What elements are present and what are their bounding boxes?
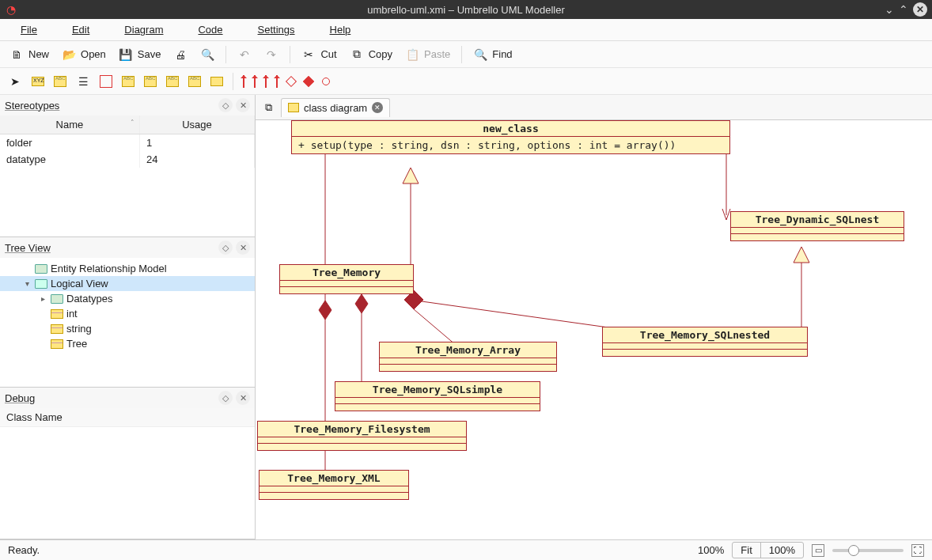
composition-tool[interactable] bbox=[301, 75, 316, 88]
treeview-panel: Tree View ◇ ✕ Entity Relationship Model▾… bbox=[0, 237, 255, 388]
assoc-tool[interactable] bbox=[240, 73, 248, 90]
open-button[interactable]: 📂Open bbox=[57, 45, 111, 64]
debug-title: Debug bbox=[5, 392, 35, 404]
cut-button[interactable]: ✂Cut bbox=[297, 45, 341, 64]
tree-item[interactable]: ▾Logical View bbox=[0, 276, 255, 291]
note2-tool[interactable] bbox=[51, 74, 70, 89]
direct-assoc-icon bbox=[254, 75, 256, 88]
package-tool[interactable] bbox=[207, 74, 226, 89]
note2-icon bbox=[54, 76, 66, 87]
status-text: Ready. bbox=[8, 544, 40, 556]
realization-icon bbox=[322, 78, 330, 85]
menu-code[interactable]: Code bbox=[182, 21, 238, 39]
direct-assoc-tool[interactable] bbox=[251, 73, 259, 90]
class-tree-memory-array[interactable]: Tree_Memory_Array bbox=[379, 342, 557, 372]
close-button[interactable]: ✕ bbox=[913, 2, 927, 17]
col-name[interactable]: Name˄ bbox=[0, 115, 139, 134]
text-tool[interactable]: ☰ bbox=[73, 72, 93, 91]
assoc-icon bbox=[243, 75, 244, 88]
tree-item[interactable]: int bbox=[0, 306, 255, 321]
menu-diagram[interactable]: Diagram bbox=[108, 21, 179, 39]
panel-close-button[interactable]: ✕ bbox=[236, 98, 250, 112]
class-tree-dynamic-sqlnested[interactable]: Tree_Dynamic_SQLnest bbox=[730, 211, 904, 241]
menubar: File Edit Diagram Code Settings Help bbox=[0, 19, 932, 41]
save-icon: 💾 bbox=[119, 47, 133, 62]
save-button[interactable]: 💾Save bbox=[114, 45, 166, 64]
menu-edit[interactable]: Edit bbox=[56, 21, 105, 39]
menu-file[interactable]: File bbox=[5, 21, 53, 39]
open-icon: 📂 bbox=[62, 47, 76, 62]
tree-body: Entity Relationship Model▾Logical View▸D… bbox=[0, 258, 255, 387]
twisty-icon[interactable]: ▾ bbox=[22, 279, 32, 288]
datatype-tool[interactable] bbox=[163, 74, 182, 89]
class-tree-memory-sqlnested[interactable]: Tree_Memory_SQLnested bbox=[602, 327, 808, 357]
zoom-out-button[interactable]: ▭ bbox=[812, 544, 824, 557]
panel-close-button[interactable]: ✕ bbox=[236, 240, 250, 255]
panel-close-button[interactable]: ✕ bbox=[236, 391, 250, 405]
zoom-slider[interactable] bbox=[832, 549, 904, 552]
find-button[interactable]: 🔍Find bbox=[468, 45, 517, 64]
table-row[interactable]: folder1 bbox=[0, 134, 255, 152]
class-tree-memory-filesystem[interactable]: Tree_Memory_Filesystem bbox=[257, 421, 467, 451]
new-button[interactable]: 🗎New bbox=[5, 45, 54, 64]
fullscreen-button[interactable]: ⛶ bbox=[911, 544, 924, 557]
tree-item[interactable]: ▸Datatypes bbox=[0, 291, 255, 306]
dependency-tool[interactable] bbox=[273, 73, 281, 90]
diagram-canvas[interactable]: new_class + setup(type : string, dsn : s… bbox=[256, 120, 932, 539]
toolbar-main: 🗎New 📂Open 💾Save 🖨 🔍 ↶ ↷ ✂Cut ⧉Copy 📋Pas… bbox=[0, 41, 932, 68]
tree-item[interactable]: Entity Relationship Model bbox=[0, 261, 255, 276]
menu-settings[interactable]: Settings bbox=[242, 21, 311, 39]
interface-tool[interactable] bbox=[141, 74, 160, 89]
panel-float-button[interactable]: ◇ bbox=[218, 391, 233, 405]
menu-help[interactable]: Help bbox=[314, 21, 367, 39]
print-button[interactable]: 🖨 bbox=[169, 45, 192, 64]
enum-tool[interactable] bbox=[185, 74, 204, 89]
paste-button[interactable]: 📋Paste bbox=[400, 45, 455, 64]
statusbar: Ready. 100% Fit 100% ▭ ⛶ bbox=[0, 539, 932, 560]
zoom-combo[interactable]: 100% bbox=[761, 543, 803, 558]
app-icon: ◔ bbox=[6, 3, 16, 16]
tree-item[interactable]: Tree bbox=[0, 336, 255, 351]
class-tree-memory-sqlsimple[interactable]: Tree_Memory_SQLsimple bbox=[335, 381, 540, 411]
class-tool[interactable] bbox=[119, 74, 138, 89]
treeview-title: Tree View bbox=[5, 242, 51, 254]
tree-item-label: Datatypes bbox=[66, 293, 113, 305]
box-tool[interactable] bbox=[97, 73, 116, 90]
zoom-percent: 100% bbox=[698, 544, 724, 556]
new-tab-button[interactable]: ⧉ bbox=[259, 98, 278, 117]
fit-button[interactable]: Fit bbox=[733, 543, 760, 558]
maximize-button[interactable]: ⌃ bbox=[899, 3, 908, 16]
aggregation-tool[interactable] bbox=[284, 75, 298, 88]
dependency-icon bbox=[276, 75, 278, 88]
class-icon bbox=[122, 76, 134, 87]
composition-icon bbox=[303, 75, 314, 86]
tree-item[interactable]: string bbox=[0, 321, 255, 336]
debug-header: Class Name bbox=[0, 408, 255, 427]
redo-icon: ↷ bbox=[264, 47, 278, 62]
col-usage[interactable]: Usage bbox=[139, 115, 254, 134]
panel-float-button[interactable]: ◇ bbox=[218, 98, 233, 112]
note-tool[interactable]: XYZ bbox=[28, 74, 47, 89]
tab-close-button[interactable]: ✕ bbox=[372, 102, 383, 113]
class-tree-memory-xml[interactable]: Tree_Memory_XML bbox=[259, 470, 409, 500]
generalization-tool[interactable] bbox=[262, 73, 270, 90]
debug-panel: Debug ◇ ✕ Class Name bbox=[0, 388, 255, 539]
redo-button[interactable]: ↷ bbox=[260, 45, 283, 64]
minimize-button[interactable]: ⌄ bbox=[885, 3, 894, 16]
copy-button[interactable]: ⧉Copy bbox=[345, 45, 397, 64]
twisty-icon[interactable]: ▸ bbox=[38, 294, 47, 303]
class-new_class[interactable]: new_class + setup(type : string, dsn : s… bbox=[291, 120, 730, 154]
realization-tool[interactable] bbox=[319, 75, 333, 88]
table-row[interactable]: datatype24 bbox=[0, 151, 255, 168]
print-preview-button[interactable]: 🔍 bbox=[195, 45, 219, 64]
class-tree-memory[interactable]: Tree_Memory bbox=[279, 264, 414, 294]
note-icon: XYZ bbox=[32, 77, 44, 86]
panel-float-button[interactable]: ◇ bbox=[218, 240, 233, 255]
new-icon: 🗎 bbox=[9, 47, 24, 62]
undo-button[interactable]: ↶ bbox=[233, 45, 256, 64]
tab-class-diagram[interactable]: class diagram ✕ bbox=[281, 98, 390, 117]
tree-item-label: string bbox=[66, 323, 92, 335]
preview-icon: 🔍 bbox=[200, 47, 214, 62]
tree-item-label: int bbox=[66, 308, 78, 320]
pointer-tool[interactable]: ➤ bbox=[5, 72, 25, 91]
